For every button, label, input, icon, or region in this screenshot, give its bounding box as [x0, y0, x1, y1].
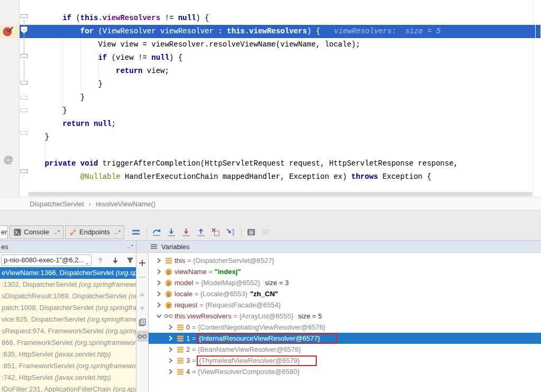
toolbar-separator	[241, 227, 242, 237]
force-step-into-button[interactable]	[181, 227, 191, 238]
tab-debugger[interactable]: er	[0, 225, 8, 239]
frame-row[interactable]: :851, FrameworkServlet (org.springframew…	[0, 360, 136, 372]
debugger-inline-hint: viewResolvers: size = 5	[334, 27, 441, 35]
code-editor[interactable]: if (this.viewResolvers != null) { for (V…	[0, 0, 541, 197]
variable-row[interactable]: 2 = {BeanNameViewResolver@6578}	[149, 344, 541, 355]
verified-breakpoint-icon[interactable]	[2, 25, 15, 38]
expand-chevron-icon[interactable]	[154, 279, 163, 287]
code-line[interactable]: }	[27, 91, 85, 104]
frame-row[interactable]: :742, HttpServlet (javax.servlet.http)	[0, 372, 136, 384]
variable-row[interactable]: 3 = {ThymeleafViewResolver@6579}	[149, 355, 541, 366]
expand-chevron-icon[interactable]	[166, 368, 175, 376]
evaluate-expression-button[interactable]	[246, 227, 256, 238]
variable-row[interactable]: pviewName = "indexj"	[149, 266, 541, 277]
variable-row[interactable]: 0 = {ContentNegotiatingViewResolver@6576…	[149, 322, 541, 333]
parameter-icon: p	[163, 290, 173, 298]
tab-debugger-label: er	[1, 228, 7, 236]
variable-name: 1	[186, 334, 190, 342]
step-out-button[interactable]	[196, 227, 206, 238]
code-line[interactable]: }	[27, 131, 49, 144]
filter-frames-button[interactable]	[124, 254, 136, 266]
variable-row[interactable]: plocale = {Locale@6553}"zh_CN"	[149, 288, 541, 299]
show-watches-button[interactable]	[137, 331, 148, 342]
code-line[interactable]: @Nullable HandlerExecutionChain mappedHa…	[27, 170, 432, 184]
variable-value: {ArrayList@6555}	[239, 312, 293, 320]
value-bars-icon	[175, 345, 185, 354]
collection-size: size = 5	[298, 312, 322, 320]
frame-row[interactable]: sDispatchResult:1069, DispatcherServlet …	[0, 290, 136, 302]
code-line[interactable]: return null;	[27, 117, 116, 131]
variable-value-red-annotation: {InternalResourceViewResolver@6577}	[197, 333, 337, 344]
frame-row[interactable]: patch:1008, DispatcherServlet (org.sprin…	[0, 302, 136, 314]
variable-row[interactable]: this.viewResolvers = {ArrayList@6555}siz…	[149, 311, 541, 322]
duplicate-watch-button[interactable]	[137, 316, 148, 327]
expand-chevron-icon[interactable]	[166, 345, 175, 353]
expand-chevron-icon[interactable]	[154, 257, 163, 265]
previous-frame-button[interactable]	[95, 254, 106, 266]
variable-name: viewName	[175, 268, 207, 276]
value-bars-icon	[175, 357, 185, 365]
frames-title: es	[1, 243, 8, 251]
horizontal-scrollbar[interactable]	[28, 192, 533, 196]
code-line[interactable]: if (this.viewResolvers != null) {	[27, 12, 209, 25]
variable-row[interactable]: 1 = {InternalResourceViewResolver@6577}	[149, 333, 541, 344]
svg-text:p: p	[167, 280, 170, 286]
frame-row[interactable]: vice:925, DispatcherServlet (org.springf…	[0, 314, 136, 325]
variable-value-red-annotation: {ThymeleafViewResolver@6579}	[197, 355, 317, 366]
variable-row[interactable]: this = {DispatcherServlet@6527}	[149, 255, 541, 266]
frame-row[interactable]: :635, HttpServlet (javax.servlet.http)	[0, 349, 136, 360]
annotation-gutter-icon: @	[4, 154, 13, 166]
step-into-button[interactable]	[166, 227, 177, 238]
ide-debug-window: if (this.viewResolvers != null) { for (V…	[0, 0, 541, 392]
variable-name: this	[175, 257, 185, 265]
drop-frame-button[interactable]	[210, 227, 221, 238]
breadcrumb-class[interactable]: DispatcherServlet	[30, 200, 84, 208]
code-line[interactable]: View view = viewResolver.resolveViewName…	[27, 38, 360, 51]
editor-gutter[interactable]: @	[0, 0, 20, 197]
frame-row[interactable]: 866, FrameworkServlet (org.springframewo…	[0, 337, 136, 349]
tab-endpoints[interactable]: Endpoints →*	[65, 225, 124, 239]
frame-row[interactable]: eViewName:1366, DispatcherServlet (org.s…	[0, 267, 136, 279]
variable-value: {ViewResolverComposite@6580}	[198, 368, 299, 376]
code-line[interactable]: private void triggerAfterCompletion(Http…	[27, 157, 458, 170]
toolbar-separator	[146, 227, 147, 237]
expand-chevron-icon[interactable]	[166, 334, 175, 342]
frame-row[interactable]: sRequest:974, FrameworkServlet (org.spri…	[0, 325, 136, 337]
expand-chevron-icon[interactable]	[166, 357, 175, 364]
code-line[interactable]: return view;	[27, 65, 169, 78]
breadcrumb-method[interactable]: resolveViewName()	[96, 200, 155, 208]
variable-row[interactable]: prequest = {RequestFacade@6554}	[149, 299, 541, 311]
svg-text:p: p	[167, 302, 170, 308]
expand-chevron-icon[interactable]	[154, 268, 163, 276]
value-bars-icon	[175, 323, 185, 332]
panel-headers: es →* Variables	[0, 241, 541, 253]
code-line[interactable]: }	[27, 104, 67, 117]
add-watch-button[interactable]	[137, 257, 148, 268]
next-frame-button[interactable]	[109, 254, 121, 266]
expand-chevron-icon[interactable]	[154, 290, 163, 298]
step-over-button[interactable]	[151, 227, 162, 238]
variable-row[interactable]: pmodel = {ModelMap@6552}size = 3	[149, 277, 541, 288]
expand-chevron-icon[interactable]	[154, 301, 163, 309]
hamburger-menu-button[interactable]	[131, 227, 141, 238]
frame-row[interactable]: :1302, DispatcherServlet (org.springfram…	[0, 279, 136, 290]
variable-name: 3	[186, 357, 190, 364]
run-to-cursor-button[interactable]	[225, 227, 236, 238]
code-line[interactable]: if (view != null) {	[27, 51, 182, 65]
expand-chevron-icon[interactable]	[166, 323, 175, 331]
variable-row[interactable]: 4 = {ViewResolverComposite@6580}	[149, 366, 541, 377]
breadcrumb: DispatcherServlet › resolveViewName()	[0, 197, 541, 210]
hamburger-menu-icon[interactable]	[150, 243, 158, 250]
thread-dropdown[interactable]: p-nio-8080-exec-1"@6,2... ⌄	[1, 254, 91, 266]
collapse-chevron-icon[interactable]	[154, 312, 163, 320]
variable-string-preview: "zh_CN"	[250, 290, 278, 298]
breadcrumb-separator-icon: ›	[89, 200, 91, 208]
pin-icon: →*	[52, 229, 59, 235]
execution-code-line[interactable]: for (ViewResolver viewResolver : this.vi…	[27, 25, 441, 38]
frame-row[interactable]: lDoFilter:231, ApplicationFilterChain (o…	[0, 384, 136, 392]
tab-console[interactable]: Console →*	[10, 225, 63, 239]
code-line[interactable]: }	[27, 78, 103, 91]
thread-dropdown-value: p-nio-8080-exec-1"@6,2...	[4, 256, 84, 264]
move-watch-up-button	[137, 289, 148, 300]
variables-panel: this = {DispatcherServlet@6527}pviewName…	[149, 253, 541, 392]
